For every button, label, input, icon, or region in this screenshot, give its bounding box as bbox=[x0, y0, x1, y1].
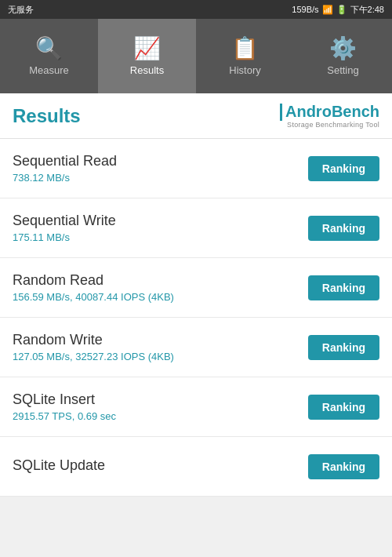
result-sqlite-insert-info: SQLite Insert 2915.57 TPS, 0.69 sec bbox=[13, 391, 116, 422]
result-random-read: Random Read 156.59 MB/s, 40087.44 IOPS (… bbox=[0, 258, 392, 318]
result-random-read-name: Random Read bbox=[13, 272, 174, 289]
result-random-write-info: Random Write 127.05 MB/s, 32527.23 IOPS … bbox=[13, 332, 174, 362]
logo-rest: Bench bbox=[332, 103, 379, 120]
page-title: Results bbox=[13, 105, 81, 127]
results-list: Sequential Read 738.12 MB/s Ranking Sequ… bbox=[0, 139, 392, 497]
tab-results-label: Results bbox=[130, 64, 164, 76]
tab-bar: 🔍 Measure 📈 Results 📋 History ⚙️ Setting bbox=[0, 19, 392, 93]
result-random-read-value: 156.59 MB/s, 40087.44 IOPS (4KB) bbox=[13, 291, 174, 303]
ranking-button-random-read[interactable]: Ranking bbox=[308, 275, 379, 300]
result-sqlite-insert: SQLite Insert 2915.57 TPS, 0.69 sec Rank… bbox=[0, 377, 392, 437]
logo-text: AndroBench bbox=[285, 103, 379, 121]
status-right: 159B/s 📶 🔋 下午2:48 bbox=[292, 4, 384, 16]
ranking-button-sequential-read[interactable]: Ranking bbox=[308, 156, 379, 181]
result-sqlite-update: SQLite Update Ranking bbox=[0, 437, 392, 497]
tab-results[interactable]: 📈 Results bbox=[98, 19, 196, 93]
result-sequential-read-value: 738.12 MB/s bbox=[13, 172, 117, 184]
tab-setting-label: Setting bbox=[327, 64, 358, 76]
status-speed: 159B/s bbox=[292, 5, 318, 14]
status-carrier: 无服务 bbox=[8, 4, 34, 16]
result-sqlite-insert-value: 2915.57 TPS, 0.69 sec bbox=[13, 410, 116, 422]
wifi-icon: 📶 bbox=[322, 5, 333, 15]
setting-icon: ⚙️ bbox=[329, 38, 357, 60]
tab-measure[interactable]: 🔍 Measure bbox=[0, 19, 98, 93]
result-sqlite-update-name: SQLite Update bbox=[13, 457, 105, 474]
battery-icon: 🔋 bbox=[336, 5, 347, 15]
results-icon: 📈 bbox=[133, 38, 161, 60]
tab-history[interactable]: 📋 History bbox=[196, 19, 294, 93]
status-time: 下午2:48 bbox=[350, 4, 384, 16]
logo-highlight: Andro bbox=[285, 103, 332, 120]
logo-area: AndroBench Storage Benchmarking Tool bbox=[280, 103, 379, 129]
measure-icon: 🔍 bbox=[35, 38, 63, 60]
tab-measure-label: Measure bbox=[29, 64, 69, 76]
result-sequential-read: Sequential Read 738.12 MB/s Ranking bbox=[0, 139, 392, 198]
tab-history-label: History bbox=[229, 64, 260, 76]
logo-sub: Storage Benchmarking Tool bbox=[287, 121, 379, 129]
result-sequential-write-value: 175.11 MB/s bbox=[13, 231, 116, 243]
result-sequential-read-name: Sequential Read bbox=[13, 153, 117, 169]
ranking-button-sqlite-insert[interactable]: Ranking bbox=[308, 395, 379, 420]
ranking-button-random-write[interactable]: Ranking bbox=[308, 335, 379, 360]
history-icon: 📋 bbox=[231, 38, 259, 60]
ranking-button-sequential-write[interactable]: Ranking bbox=[308, 216, 379, 241]
result-sequential-write-name: Sequential Write bbox=[13, 213, 116, 229]
result-sequential-write-info: Sequential Write 175.11 MB/s bbox=[13, 213, 116, 243]
result-sqlite-insert-name: SQLite Insert bbox=[13, 391, 116, 408]
tab-setting[interactable]: ⚙️ Setting bbox=[294, 19, 392, 93]
result-random-write: Random Write 127.05 MB/s, 32527.23 IOPS … bbox=[0, 318, 392, 377]
result-sequential-read-info: Sequential Read 738.12 MB/s bbox=[13, 153, 117, 184]
result-random-read-info: Random Read 156.59 MB/s, 40087.44 IOPS (… bbox=[13, 272, 174, 303]
ranking-button-sqlite-update[interactable]: Ranking bbox=[308, 454, 379, 479]
status-bar: 无服务 159B/s 📶 🔋 下午2:48 bbox=[0, 0, 392, 19]
page-header: Results AndroBench Storage Benchmarking … bbox=[0, 93, 392, 139]
result-random-write-value: 127.05 MB/s, 32527.23 IOPS (4KB) bbox=[13, 351, 174, 362]
result-random-write-name: Random Write bbox=[13, 332, 174, 348]
result-sequential-write: Sequential Write 175.11 MB/s Ranking bbox=[0, 198, 392, 258]
logo-bar bbox=[280, 104, 282, 121]
result-sqlite-update-info: SQLite Update bbox=[13, 457, 105, 476]
